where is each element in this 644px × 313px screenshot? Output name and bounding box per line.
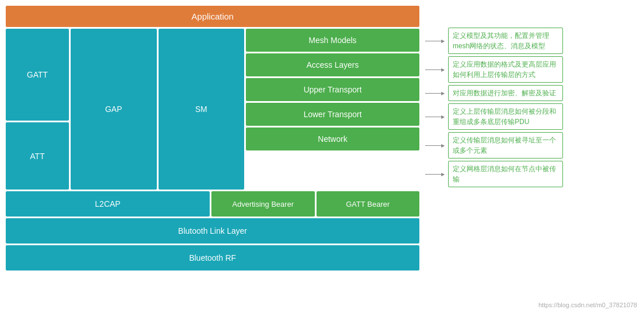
l2cap-cell: L2CAP (6, 191, 210, 217)
annotation-2: 定义应用数据的格式及更高层应用 如何利用上层传输层的方式 (425, 56, 638, 83)
gap-sm-row: GAP SM (71, 29, 244, 190)
watermark: https://blog.csdn.net/m0_37821078 (538, 302, 637, 308)
gap-cell: GAP (71, 29, 157, 190)
application-row: Application (6, 6, 419, 27)
bluetooth-rf-row: Bluetooth RF (6, 245, 419, 271)
att-cell: ATT (6, 122, 69, 190)
lower-transport-cell: Lower Transport (246, 103, 419, 126)
annotation-box-2: 定义应用数据的格式及更高层应用 如何利用上层传输层的方式 (448, 56, 563, 83)
annotation-box-4: 定义上层传输层消息如何被分段和 重组成多条底层传输PDU (448, 103, 563, 130)
green-stack: Mesh Models Access Layers Upper Transpor… (246, 29, 419, 190)
gatt-att-column: GATT ATT (6, 29, 69, 190)
mesh-models-cell: Mesh Models (246, 29, 419, 52)
annotation-3: 对应用数据进行加密、解密及验证 (425, 85, 638, 101)
arrow-6 (425, 172, 445, 177)
arrow-4 (425, 114, 445, 119)
sm-cell: SM (159, 29, 245, 190)
access-layers-cell: Access Layers (246, 53, 419, 76)
annotation-box-1: 定义模型及其功能，配置并管理 mesh网络的状态、消息及模型 (448, 28, 563, 54)
main-container: Application GATT ATT GAP SM (0, 0, 644, 276)
annotation-box-5: 定义传输层消息如何被寻址至一个 或多个元素 (448, 132, 563, 159)
annotation-6: 定义网格层消息如何在节点中被传 输 (425, 161, 638, 187)
annotation-box-6: 定义网格层消息如何在节点中被传 输 (448, 161, 563, 187)
protocol-diagram: Application GATT ATT GAP SM (6, 6, 419, 271)
gatt-cell: GATT (6, 29, 69, 121)
arrow-3 (425, 91, 445, 96)
arrow-2 (425, 67, 445, 72)
advertising-bearer-cell: Advertising Bearer (211, 191, 315, 217)
arrow-1 (425, 38, 445, 44)
application-label: Application (191, 11, 233, 21)
arrow-5 (425, 143, 445, 148)
annotations-panel: 定义模型及其功能，配置并管理 mesh网络的状态、消息及模型 定义应用数据的格式… (425, 6, 638, 271)
annotation-box-3: 对应用数据进行加密、解密及验证 (448, 85, 563, 101)
network-cell: Network (246, 127, 419, 150)
upper-transport-cell: Upper Transport (246, 78, 419, 101)
annotation-4: 定义上层传输层消息如何被分段和 重组成多条底层传输PDU (425, 103, 638, 130)
link-layer-row: Blutooth Link Layer (6, 218, 419, 244)
gatt-bearer-cell: GATT Bearer (317, 191, 420, 217)
annotation-5: 定义传输层消息如何被寻址至一个 或多个元素 (425, 132, 638, 159)
annotation-1: 定义模型及其功能，配置并管理 mesh网络的状态、消息及模型 (425, 28, 638, 54)
l2cap-bearer-row: L2CAP Advertising Bearer GATT Bearer (6, 191, 419, 217)
